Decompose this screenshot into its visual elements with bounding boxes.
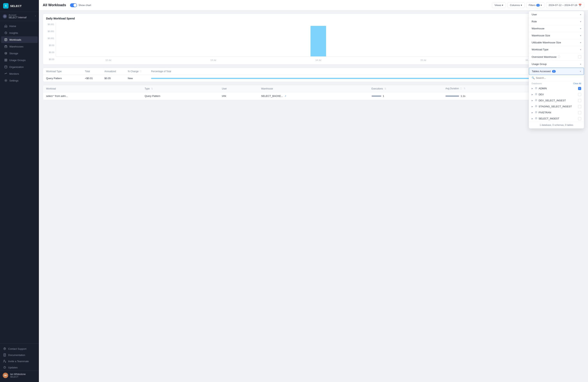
x-label-2: 13 Jul: [210, 59, 216, 61]
table-row[interactable]: select * from adm... Query Pattern IAN S…: [43, 92, 584, 100]
user-section: IW Ian Whitestone SELECT: [0, 371, 39, 380]
sidebar-item-home[interactable]: Home: [1, 23, 38, 29]
workloads-table: Workload Type ⇅ User Warehouse: [43, 85, 584, 100]
total-cost-cell: <$0.01: [535, 92, 584, 100]
x-label-3: 14 Jul: [315, 59, 321, 61]
y-label-6: $0.00: [46, 58, 56, 61]
account-switcher[interactable]: Account SELECT Internal! ⌃: [0, 12, 39, 21]
documentation-item[interactable]: Documentation: [0, 352, 39, 358]
summary-change-value: New: [128, 77, 151, 80]
home-icon: [4, 24, 7, 28]
show-chart-label: Show chart: [79, 4, 91, 7]
invite-icon: [3, 360, 6, 363]
updates-icon: [3, 366, 6, 369]
summary-col-change: % Change ⓘ: [128, 70, 151, 73]
sidebar-item-storage-label: Storage: [9, 52, 18, 55]
show-chart-toggle-wrap: Show chart: [70, 3, 91, 7]
sidebar-item-insights-label: Insights: [9, 32, 18, 34]
sidebar-item-workloads[interactable]: Workloads: [1, 36, 38, 43]
views-button[interactable]: Views ▾: [492, 2, 506, 8]
user-name: Ian Whitestone: [10, 373, 26, 376]
svg-rect-9: [6, 60, 7, 61]
documentation-label: Documentation: [8, 354, 25, 357]
y-label-4: $0.00: [46, 44, 56, 46]
docs-icon: [3, 353, 6, 357]
duration-sort-icon[interactable]: ⇅: [463, 87, 465, 90]
usage-icon: [4, 59, 7, 62]
columns-chevron-icon: ▾: [521, 4, 522, 7]
sidebar-item-home-label: Home: [9, 25, 16, 28]
columns-button[interactable]: Columns ▾: [507, 2, 525, 8]
type-sort-icon[interactable]: ⇅: [151, 87, 153, 90]
workloads-table-element: Workload Type ⇅ User Warehouse: [43, 85, 584, 100]
page-title: All Workloads: [43, 3, 66, 7]
duration-bar: 1.1s: [445, 95, 531, 97]
content-area: Daily Workload Spend Metric Sp $0.001 $0…: [39, 11, 588, 382]
sidebar-item-organization-label: Organization: [9, 65, 24, 68]
summary-pct-cell: [151, 77, 581, 80]
summary-annualized-value: $0.05: [105, 77, 128, 80]
col-total-cost: Total C: [535, 85, 584, 92]
y-label-3: $0.001: [46, 37, 56, 40]
show-chart-toggle[interactable]: [70, 3, 77, 7]
type-cell: Query Pattern: [142, 92, 219, 100]
x-label-1: 12 Jul: [105, 59, 111, 61]
svg-point-15: [4, 360, 5, 361]
executions-bar: 1: [372, 95, 439, 97]
col-warehouse: Warehouse: [258, 85, 368, 92]
calendar-icon: 📅: [578, 4, 582, 7]
info-icon: ⓘ: [139, 70, 142, 73]
sidebar-item-settings-label: Settings: [9, 79, 19, 82]
progress-bar: [151, 78, 581, 79]
updates-item[interactable]: Updates: [0, 364, 39, 371]
chart-y-axis: $0.001 $0.001 $0.001 $0.00 $0.00 $0.00: [46, 22, 56, 61]
filters-button[interactable]: Filters 1 ▾: [526, 2, 545, 8]
chart-area: $0.001 $0.001 $0.001 $0.00 $0.00 $0.00: [46, 22, 581, 61]
org-icon: [4, 65, 7, 68]
avg-duration-cell: 1.1s: [442, 92, 535, 100]
svg-rect-10: [5, 66, 7, 68]
sidebar-item-insights[interactable]: Insights: [1, 30, 38, 36]
filters-badge: 1: [536, 4, 540, 7]
x-label-4: 15 Jul: [420, 59, 426, 61]
col-type: Type ⇅: [142, 85, 219, 92]
summary-data-row: Query Pattern <$0.01 $0.05 New: [43, 75, 584, 82]
sidebar-item-usage-groups-label: Usage Groups: [9, 59, 26, 62]
filters-chevron-icon: ▾: [541, 4, 542, 7]
sidebar-item-storage[interactable]: Storage: [1, 50, 38, 57]
sidebar-item-monitors[interactable]: Monitors: [1, 70, 38, 77]
logo-icon: S: [3, 3, 9, 9]
contact-support-item[interactable]: Contact Support: [0, 346, 39, 352]
sidebar-item-organization[interactable]: Organization: [1, 64, 38, 70]
date-range-button[interactable]: 2024-07-12 ~ 2024-07-18 📅: [546, 2, 584, 8]
sidebar-item-warehouses[interactable]: Warehouses: [1, 43, 38, 50]
exec-bar-fill: [372, 95, 381, 97]
topbar-actions: Views ▾ Columns ▾ Filters 1 ▾ 2024-07-12…: [492, 2, 584, 8]
chart-header: Daily Workload Spend Metric Sp: [46, 17, 581, 20]
user-info: Ian Whitestone SELECT: [10, 373, 26, 378]
sidebar-item-monitors-label: Monitors: [9, 72, 19, 75]
svg-rect-7: [6, 59, 7, 60]
exec-sort-icon[interactable]: ⇅: [384, 87, 386, 90]
chart-bars: [56, 22, 581, 56]
bar-14jul: [311, 26, 326, 57]
settings-icon: [4, 79, 7, 82]
sidebar-item-settings[interactable]: Settings: [1, 77, 38, 84]
invite-teammate-item[interactable]: Invite a Teammate: [0, 358, 39, 364]
updates-label: Updates: [8, 366, 18, 369]
svg-point-1: [5, 16, 5, 16]
chart-plot: [56, 22, 581, 57]
external-link-icon[interactable]: ↗: [284, 95, 286, 97]
summary-type-value: Query Pattern: [46, 77, 85, 80]
invite-teammate-label: Invite a Teammate: [8, 360, 29, 363]
warehouses-icon: [4, 45, 7, 48]
svg-point-13: [4, 349, 5, 350]
account-info: Account SELECT Internal!: [9, 14, 33, 19]
chart-metric-label: Metric Sp: [570, 17, 581, 20]
views-chevron-icon: ▾: [502, 4, 503, 7]
col-executions: Executions ⇅: [368, 85, 442, 92]
sidebar-item-usage-groups[interactable]: Usage Groups: [1, 57, 38, 64]
y-label-2: $0.001: [46, 30, 56, 32]
summary-col-total: Total: [85, 70, 105, 73]
y-label-1: $0.001: [46, 23, 56, 25]
